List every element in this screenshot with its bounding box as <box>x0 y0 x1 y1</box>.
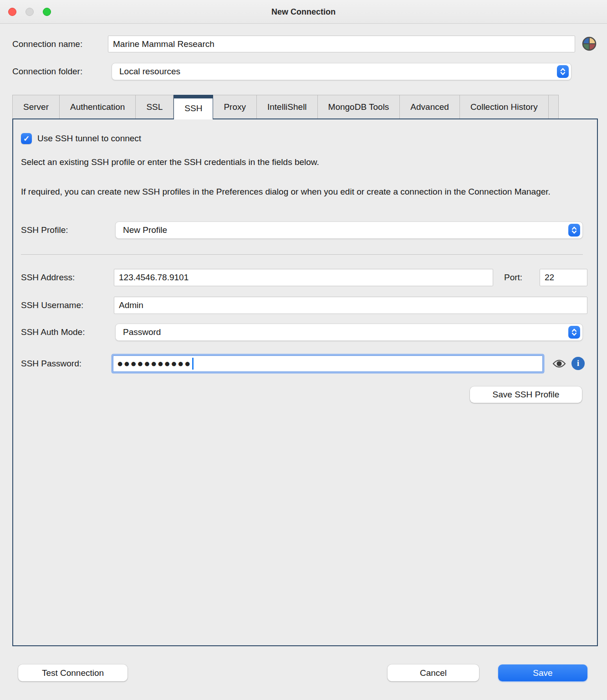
ssh-auth-mode-label: SSH Auth Mode: <box>21 324 85 341</box>
ssh-auth-mode-value: Password <box>123 324 161 340</box>
ssh-password-input[interactable]: ●●●●●●●●●●● <box>113 355 543 372</box>
color-wheel-icon[interactable] <box>581 36 597 51</box>
tab-intellishell[interactable]: IntelliShell <box>257 95 318 118</box>
tab-advanced[interactable]: Advanced <box>400 95 460 118</box>
section-divider <box>21 254 583 255</box>
ssh-username-label: SSH Username: <box>21 297 83 314</box>
connection-name-label: Connection name: <box>12 36 82 52</box>
window-title: New Connection <box>0 0 607 24</box>
ssh-auth-mode-select[interactable]: Password <box>115 324 583 341</box>
tab-collection-history[interactable]: Collection History <box>460 95 549 118</box>
connection-folder-value: Local resources <box>119 63 180 80</box>
ssh-profile-value: New Profile <box>123 222 167 238</box>
chevron-up-down-icon <box>557 65 569 78</box>
title-bar: New Connection <box>0 0 607 24</box>
ssh-tab-panel: ✓ Use SSH tunnel to connect Select an ex… <box>12 118 598 646</box>
tab-ssl[interactable]: SSL <box>136 95 173 118</box>
ssh-profile-label: SSH Profile: <box>21 221 68 239</box>
show-password-eye-icon[interactable] <box>552 358 566 369</box>
checkmark-icon: ✓ <box>23 134 30 144</box>
save-ssh-profile-button[interactable]: Save SSH Profile <box>470 386 582 403</box>
connection-folder-select[interactable]: Local resources <box>112 63 571 80</box>
tab-filler <box>549 95 559 118</box>
ssh-port-label: Port: <box>504 269 522 286</box>
ssh-address-label: SSH Address: <box>21 269 75 286</box>
password-info-icon[interactable]: i <box>571 357 585 370</box>
ssh-profile-select[interactable]: New Profile <box>115 221 583 239</box>
test-connection-button[interactable]: Test Connection <box>18 664 128 681</box>
cancel-button[interactable]: Cancel <box>388 664 479 681</box>
text-caret <box>192 358 194 370</box>
connection-name-input[interactable] <box>108 36 575 52</box>
use-ssh-tunnel-row[interactable]: ✓ Use SSH tunnel to connect <box>21 133 141 144</box>
ssh-port-input[interactable] <box>540 269 587 286</box>
tab-proxy[interactable]: Proxy <box>213 95 257 118</box>
use-ssh-tunnel-checkbox[interactable]: ✓ <box>21 133 32 144</box>
ssh-password-focus-ring: ●●●●●●●●●●● <box>112 354 544 373</box>
use-ssh-tunnel-label: Use SSH tunnel to connect <box>37 134 141 144</box>
save-button[interactable]: Save <box>498 664 587 681</box>
tab-server[interactable]: Server <box>12 95 60 118</box>
tab-mongodb-tools[interactable]: MongoDB Tools <box>318 95 400 118</box>
tab-ssh[interactable]: SSH <box>173 95 213 119</box>
ssh-help-text-1: Select an existing SSH profile or enter … <box>21 157 319 167</box>
ssh-username-input[interactable] <box>114 297 587 314</box>
new-connection-dialog: New Connection Connection name: Connecti… <box>0 0 607 700</box>
chevron-up-down-icon <box>568 326 580 339</box>
chevron-up-down-icon <box>568 224 580 237</box>
connection-folder-label: Connection folder: <box>12 63 82 80</box>
tab-authentication[interactable]: Authentication <box>60 95 136 118</box>
ssh-address-input[interactable] <box>114 269 493 286</box>
connection-tabs: Server Authentication SSL SSH Proxy Inte… <box>12 95 559 118</box>
ssh-password-label: SSH Password: <box>21 354 82 373</box>
ssh-password-masked-value: ●●●●●●●●●●● <box>117 359 191 369</box>
ssh-help-text-2: If required, you can create new SSH prof… <box>21 185 581 199</box>
